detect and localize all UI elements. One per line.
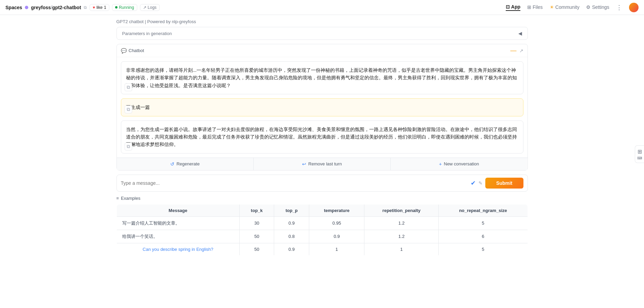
side-expand-label: ⌨ xyxy=(637,156,642,160)
user-avatar[interactable] xyxy=(629,3,639,12)
row-0-top-k: 30 xyxy=(239,216,274,230)
nav-left: Spaces greyfoss/gpt2-chatbot ⧉ ♥ like 1 … xyxy=(5,4,506,11)
user-avatar-dot xyxy=(25,6,28,9)
nav-reponame: gpt2-chatbot xyxy=(52,5,81,10)
logs-icon: ↗ xyxy=(143,5,146,10)
col-temperature: temperature xyxy=(309,204,364,216)
chatbot-header: 💬 Chatbot — ↗ xyxy=(117,44,528,57)
copy-message-2-button[interactable]: ⧉ xyxy=(125,106,132,113)
running-badge[interactable]: Running xyxy=(112,4,137,11)
more-options-button[interactable]: ⋮ xyxy=(616,4,622,11)
chatbot-actions: — ↗ xyxy=(511,47,523,54)
running-dot-icon xyxy=(115,6,117,9)
side-expand-icon: ⊞ xyxy=(638,148,642,155)
row-1-temperature: 0.9 xyxy=(309,230,364,243)
settings-tab-label: Settings xyxy=(592,4,609,10)
tab-app[interactable]: ⊡ App xyxy=(506,4,520,11)
row-1-top-k: 50 xyxy=(239,230,274,243)
params-header[interactable]: Parameters in generation ◀ xyxy=(117,27,528,39)
message-1-text: 非常感谢您的选择，请稍等片刻...一名年轻男子正在他所喜爱的城市游历中，突然发现… xyxy=(126,67,517,88)
logs-label: Logs xyxy=(148,5,157,10)
examples-toggle-label: Examples xyxy=(121,196,140,201)
row-0-no-repeat-ngram: 5 xyxy=(439,216,528,230)
message-1: 非常感谢您的选择，请稍等片刻...一名年轻男子正在他所喜爱的城市游历中，突然发现… xyxy=(121,61,523,94)
community-tab-icon: ☀ xyxy=(550,4,554,10)
submit-button[interactable]: Submit xyxy=(485,178,523,189)
community-tab-label: Community xyxy=(555,4,580,10)
remove-last-turn-label: Remove last turn xyxy=(308,161,342,166)
regenerate-icon: ↺ xyxy=(170,161,174,167)
message-3: 当然，为您生成一篇长篇小说。故事讲述了一对夫妇去度假的旅程，在海边享受阳光沙滩、… xyxy=(121,120,523,153)
new-conversation-button[interactable]: + New conversation xyxy=(391,158,527,170)
message-3-text: 当然，为您生成一篇长篇小说。故事讲述了一对夫妇去度假的旅程，在海边享受阳光沙滩、… xyxy=(126,127,517,147)
regenerate-button[interactable]: ↺ Regenerate xyxy=(117,158,254,170)
running-label: Running xyxy=(119,5,134,10)
row-2-no-repeat-ngram: 5 xyxy=(439,243,528,255)
table-header-row: Message top_k top_p temperature repetiti… xyxy=(116,204,528,216)
row-0-temperature: 0.95 xyxy=(309,216,364,230)
regenerate-label: Regenerate xyxy=(176,161,200,166)
files-tab-label: Files xyxy=(533,4,543,10)
row-2-message[interactable]: Can you describe spring in English? xyxy=(116,243,239,255)
files-tab-icon: ⊞ xyxy=(527,4,531,10)
chatbot-label: 💬 Chatbot xyxy=(121,48,144,53)
messages-area[interactable]: 非常感谢您的选择，请稍等片刻...一名年轻男子正在他所喜爱的城市游历中，突然发现… xyxy=(117,57,528,158)
copy-repo-icon[interactable]: ⧉ xyxy=(84,5,87,10)
row-2-repetition-penalty: 1 xyxy=(364,243,439,255)
params-accordion: Parameters in generation ◀ xyxy=(116,27,528,40)
copy-message-1-button[interactable]: ⧉ xyxy=(125,83,132,91)
row-2-top-k: 50 xyxy=(239,243,274,255)
row-1-top-p: 0.8 xyxy=(274,230,309,243)
share-icon[interactable]: ↗ xyxy=(519,48,523,53)
app-subtitle: GPT2 chatbot | Powered by nlp-greyfoss xyxy=(116,15,528,27)
col-message: Message xyxy=(116,204,239,216)
spaces-logo[interactable]: Spaces xyxy=(5,5,22,10)
like-button[interactable]: ♥ like 1 xyxy=(90,4,109,11)
table-row[interactable]: 给我讲一个笑话。 50 0.8 0.9 1.2 6 xyxy=(116,230,528,243)
action-buttons: ↺ Regenerate ↩ Remove last turn + New co… xyxy=(117,158,528,170)
row-2-top-p: 0.9 xyxy=(274,243,309,255)
heart-icon: ♥ xyxy=(93,5,95,10)
copy-message-3-button[interactable]: ⧉ xyxy=(125,143,132,150)
col-repetition-penalty: repetition_penalty xyxy=(364,204,439,216)
tab-community[interactable]: ☀ Community xyxy=(550,4,580,11)
row-1-message: 给我讲一个笑话。 xyxy=(116,230,239,243)
examples-toggle[interactable]: ≡ Examples xyxy=(116,196,528,201)
nav-repo-path: greyfoss/gpt2-chatbot xyxy=(31,5,81,10)
like-count: 1 xyxy=(104,5,106,10)
side-expand-panel[interactable]: ⊞ ⌨ xyxy=(635,145,644,163)
tab-settings[interactable]: ⚙ Settings xyxy=(586,4,609,11)
edit-icon[interactable]: ✎ xyxy=(478,180,483,186)
row-1-no-repeat-ngram: 6 xyxy=(439,230,528,243)
nav-username: greyfoss xyxy=(31,5,51,10)
table-row[interactable]: Can you describe spring in English? 50 0… xyxy=(116,243,528,255)
app-tab-icon: ⊡ xyxy=(506,4,510,10)
examples-table: Message top_k top_p temperature repetiti… xyxy=(116,204,528,256)
col-top-p: top_p xyxy=(274,204,309,216)
app-tab-label: App xyxy=(511,4,520,10)
check-icon: ✔ xyxy=(471,179,476,187)
row-0-top-p: 0.9 xyxy=(274,216,309,230)
message-2: 再生成一篇 ⧉ xyxy=(121,98,523,116)
tab-files[interactable]: ⊞ Files xyxy=(527,4,543,11)
params-arrow-icon: ◀ xyxy=(518,31,522,36)
top-nav: Spaces greyfoss/gpt2-chatbot ⧉ ♥ like 1 … xyxy=(0,0,644,15)
row-2-temperature: 1 xyxy=(309,243,364,255)
remove-last-turn-button[interactable]: ↩ Remove last turn xyxy=(254,158,391,170)
minimize-icon[interactable]: — xyxy=(511,47,517,54)
like-label: like xyxy=(96,5,103,10)
row-0-message: 写一篇介绍人工智能的文章。 xyxy=(116,216,239,230)
examples-toggle-icon: ≡ xyxy=(116,196,119,201)
col-no-repeat-ngram: no_repeat_ngram_size xyxy=(439,204,528,216)
row-1-repetition-penalty: 1.2 xyxy=(364,230,439,243)
message-input[interactable] xyxy=(121,180,468,186)
logs-button[interactable]: ↗ Logs xyxy=(140,4,160,11)
chatbot-title: Chatbot xyxy=(129,48,144,53)
nav-right: ⊡ App ⊞ Files ☀ Community ⚙ Settings ⋮ xyxy=(506,3,639,12)
remove-last-turn-icon: ↩ xyxy=(302,161,306,167)
table-row[interactable]: 写一篇介绍人工智能的文章。 30 0.9 0.95 1.2 5 xyxy=(116,216,528,230)
settings-tab-icon: ⚙ xyxy=(586,4,591,10)
new-conversation-icon: + xyxy=(439,161,442,167)
new-conversation-label: New conversation xyxy=(444,161,479,166)
examples-section: ≡ Examples Message top_k top_p temperatu… xyxy=(116,196,528,256)
